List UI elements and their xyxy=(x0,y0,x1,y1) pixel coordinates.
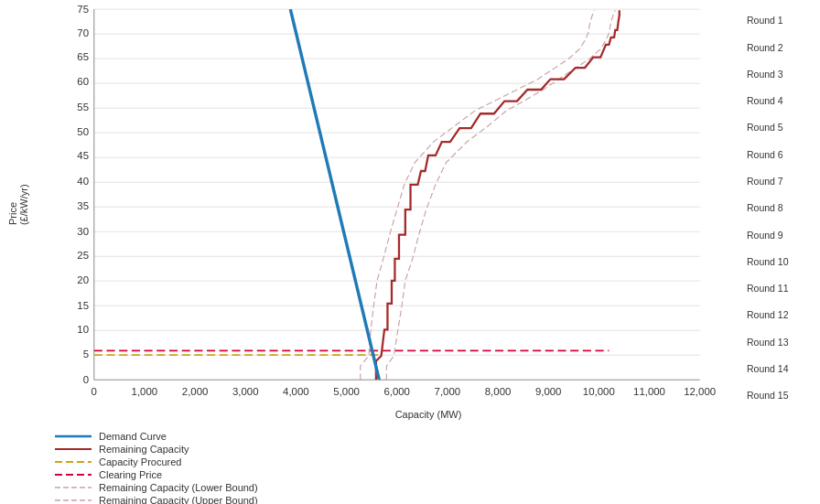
remaining-capacity-icon xyxy=(55,444,92,455)
chart-main: 0 5 10 15 20 25 30 35 40 45 50 55 60 65 … xyxy=(37,0,747,409)
svg-text:3,000: 3,000 xyxy=(232,386,259,397)
chart-svg: 0 5 10 15 20 25 30 35 40 45 50 55 60 65 … xyxy=(37,0,747,409)
svg-text:8,000: 8,000 xyxy=(485,386,512,397)
svg-text:20: 20 xyxy=(77,274,89,285)
svg-text:40: 40 xyxy=(77,176,89,187)
demand-curve-icon xyxy=(55,431,92,442)
legend-capacity-procured: Capacity Procured xyxy=(55,456,802,467)
legend-remaining-upper-label: Remaining Capacity (Upper Bound) xyxy=(99,495,258,504)
demand-curve-line xyxy=(290,9,379,380)
round-label-3: Round 3 xyxy=(747,61,820,88)
svg-rect-0 xyxy=(94,9,700,380)
legend-remaining-lower-label: Remaining Capacity (Lower Bound) xyxy=(99,482,258,493)
svg-text:15: 15 xyxy=(77,300,89,311)
round-label-12: Round 12 xyxy=(747,302,820,328)
remaining-capacity-lower-line xyxy=(361,10,595,380)
svg-text:10: 10 xyxy=(77,324,89,335)
svg-text:65: 65 xyxy=(77,51,89,62)
remaining-capacity-upper-line xyxy=(386,10,615,380)
svg-text:4,000: 4,000 xyxy=(283,386,309,397)
legend-clearing-price: Clearing Price xyxy=(55,469,802,480)
svg-text:50: 50 xyxy=(77,126,89,137)
svg-text:0: 0 xyxy=(83,374,89,385)
main-container: Price(£/kW/yr) xyxy=(0,0,820,504)
round-label-10: Round 10 xyxy=(747,248,820,274)
svg-text:25: 25 xyxy=(77,250,89,261)
svg-text:2,000: 2,000 xyxy=(182,386,209,397)
round-label-9: Round 9 xyxy=(747,221,820,248)
svg-text:11,000: 11,000 xyxy=(633,386,665,397)
capacity-procured-icon xyxy=(55,456,92,467)
legend-remaining-lower: Remaining Capacity (Lower Bound) xyxy=(55,482,802,493)
legend-remaining-capacity: Remaining Capacity xyxy=(55,444,802,455)
svg-text:45: 45 xyxy=(77,150,89,161)
svg-text:7,000: 7,000 xyxy=(435,386,461,397)
y-axis-label: Price(£/kW/yr) xyxy=(0,0,37,409)
remaining-lower-icon xyxy=(55,482,92,493)
svg-text:30: 30 xyxy=(77,226,89,237)
svg-text:12,000: 12,000 xyxy=(684,386,716,397)
svg-text:6,000: 6,000 xyxy=(383,386,410,397)
x-axis-label: Capacity (MW) xyxy=(0,409,820,424)
round-label-14: Round 14 xyxy=(747,355,820,381)
legend-remaining-capacity-label: Remaining Capacity xyxy=(99,444,189,455)
round-label-13: Round 13 xyxy=(747,328,820,355)
clearing-price-icon xyxy=(55,469,92,480)
legend-area: Demand Curve Remaining Capacity Capacity… xyxy=(0,424,820,504)
svg-text:9,000: 9,000 xyxy=(535,386,562,397)
svg-text:60: 60 xyxy=(77,76,89,87)
legend-demand-curve-label: Demand Curve xyxy=(99,431,167,442)
round-label-4: Round 4 xyxy=(747,88,820,114)
svg-text:35: 35 xyxy=(77,200,89,211)
legend-capacity-procured-label: Capacity Procured xyxy=(99,456,182,467)
chart-area: Price(£/kW/yr) xyxy=(0,0,820,409)
svg-text:70: 70 xyxy=(77,27,89,38)
round-label-11: Round 11 xyxy=(747,275,820,302)
svg-text:75: 75 xyxy=(77,4,89,15)
round-label-1: Round 1 xyxy=(747,7,820,34)
round-labels: Round 1 Round 2 Round 3 Round 4 Round 5 … xyxy=(747,0,820,409)
round-label-7: Round 7 xyxy=(747,168,820,195)
round-label-2: Round 2 xyxy=(747,34,820,60)
round-label-5: Round 5 xyxy=(747,114,820,141)
chart-and-right: 0 5 10 15 20 25 30 35 40 45 50 55 60 65 … xyxy=(37,0,820,409)
svg-text:0: 0 xyxy=(92,386,97,397)
legend-remaining-upper: Remaining Capacity (Upper Bound) xyxy=(55,495,802,504)
svg-text:10,000: 10,000 xyxy=(583,386,615,397)
remaining-upper-icon xyxy=(55,495,92,504)
round-label-15: Round 15 xyxy=(747,382,820,409)
svg-text:1,000: 1,000 xyxy=(132,386,158,397)
svg-text:55: 55 xyxy=(77,102,89,113)
legend-demand-curve: Demand Curve xyxy=(55,431,802,442)
svg-text:5: 5 xyxy=(83,349,89,359)
round-label-8: Round 8 xyxy=(747,195,820,221)
legend-clearing-price-label: Clearing Price xyxy=(99,469,162,480)
svg-text:5,000: 5,000 xyxy=(333,386,360,397)
remaining-capacity-line xyxy=(376,10,620,380)
round-label-6: Round 6 xyxy=(747,141,820,167)
